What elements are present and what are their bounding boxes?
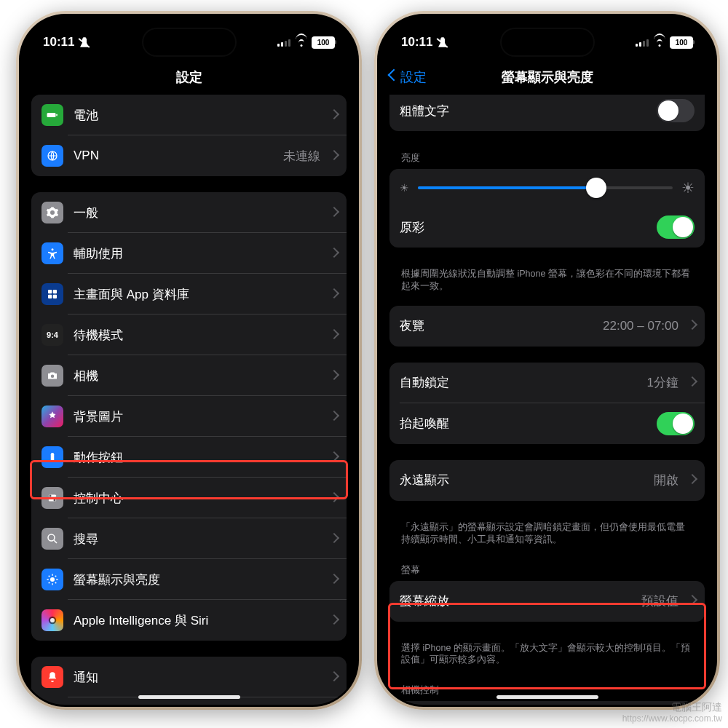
row-label: 控制中心: [74, 490, 320, 507]
row-notifications[interactable]: 通知: [31, 657, 347, 697]
row-label: VPN: [74, 149, 273, 163]
row-raise-to-wake[interactable]: 抬起喚醒: [389, 403, 705, 444]
chevron-right-icon: [331, 331, 336, 340]
toggle-raise-to-wake[interactable]: [657, 412, 695, 435]
svg-point-17: [50, 618, 55, 622]
home-indicator[interactable]: [138, 695, 240, 699]
row-value: 預設值: [641, 593, 678, 609]
chevron-right-icon: [331, 616, 336, 625]
svg-point-12: [50, 495, 52, 497]
control-center-icon: [41, 487, 63, 509]
chevron-right-icon: [689, 475, 695, 485]
svg-point-3: [52, 248, 54, 250]
back-label: 設定: [400, 68, 427, 86]
row-search[interactable]: 搜尋: [31, 518, 347, 559]
navbar-display: 設定 螢幕顯示與亮度: [379, 60, 715, 95]
siri-icon: [41, 609, 63, 631]
chevron-right-icon: [331, 371, 336, 381]
row-control-center[interactable]: 控制中心: [31, 478, 347, 518]
toggle-bold-text[interactable]: [657, 99, 695, 122]
row-siri[interactable]: Apple Intelligence 與 Siri: [31, 600, 347, 641]
footer-always-on: 「永遠顯示」的螢幕顯示設定會調暗鎖定畫面，但仍會使用最低電量持續顯示時間、小工具…: [389, 517, 705, 559]
group-always-on: 永遠顯示 開啟: [389, 460, 705, 501]
svg-rect-0: [47, 113, 56, 117]
status-time: 10:11: [401, 35, 432, 50]
svg-rect-7: [53, 295, 57, 298]
section-header-screen: 螢幕: [389, 559, 705, 581]
row-value: 22:00 – 07:00: [603, 319, 678, 333]
row-label: 通知: [74, 669, 320, 686]
silent-icon: [437, 37, 448, 48]
row-display-brightness[interactable]: 螢幕顯示與亮度: [31, 559, 347, 600]
group-night-shift: 夜覽 22:00 – 07:00: [389, 306, 705, 347]
row-label: 螢幕縮放: [400, 593, 631, 609]
row-true-tone[interactable]: 原彩: [389, 207, 705, 248]
row-label: 背景圖片: [74, 408, 320, 425]
row-action-button[interactable]: 動作按鈕: [31, 437, 347, 478]
row-night-shift[interactable]: 夜覽 22:00 – 07:00: [389, 306, 705, 347]
iphone-frame-display: 10:11 100 設定 螢幕顯示與亮度: [374, 11, 720, 710]
chevron-right-icon: [689, 596, 695, 606]
screen-display: 10:11 100 設定 螢幕顯示與亮度: [379, 16, 715, 705]
navbar-settings: 設定: [21, 60, 357, 95]
row-auto-lock[interactable]: 自動鎖定 1分鐘: [389, 363, 705, 403]
home-indicator[interactable]: [496, 695, 598, 699]
row-home-screen[interactable]: 主畫面與 App 資料庫: [31, 274, 347, 314]
row-label: 自動鎖定: [400, 374, 637, 391]
battery-icon: [41, 104, 63, 126]
iphone-frame-settings: 10:11 100 設定: [16, 11, 362, 710]
chevron-right-icon: [331, 494, 336, 503]
row-camera[interactable]: 相機: [31, 355, 347, 396]
row-label: 輔助使用: [74, 245, 320, 262]
row-label: 螢幕顯示與亮度: [74, 571, 320, 588]
chevron-right-icon: [331, 534, 336, 544]
row-label: 抬起喚醒: [400, 415, 646, 432]
back-button[interactable]: 設定: [389, 68, 427, 86]
dynamic-island: [143, 29, 235, 55]
notifications-icon: [41, 666, 63, 688]
action-button-icon: [41, 446, 63, 468]
row-value: 1分鐘: [647, 374, 678, 391]
row-label: 待機模式: [74, 327, 320, 344]
display-brightness-icon: [41, 569, 63, 590]
toggle-true-tone[interactable]: [657, 215, 695, 239]
chevron-right-icon: [689, 378, 695, 387]
row-always-on[interactable]: 永遠顯示 開啟: [389, 460, 705, 501]
dynamic-island: [502, 29, 593, 55]
row-label: 電池: [74, 107, 320, 124]
svg-rect-5: [53, 290, 57, 293]
chevron-left-icon: [389, 71, 397, 84]
row-wallpaper[interactable]: 背景圖片: [31, 396, 347, 437]
brightness-slider[interactable]: [418, 178, 673, 198]
group-brightness: ☀︎ ☀︎ 原彩: [389, 169, 705, 248]
group-lock: 自動鎖定 1分鐘 抬起喚醒: [389, 363, 705, 444]
group-text: 粗體文字: [389, 95, 705, 131]
home-app-icon: [41, 283, 63, 305]
row-display-zoom[interactable]: 螢幕縮放 預設值: [389, 581, 705, 622]
svg-rect-1: [56, 114, 58, 116]
row-label: Apple Intelligence 與 Siri: [74, 612, 320, 629]
wifi-icon: [295, 38, 307, 47]
silent-icon: [79, 37, 90, 48]
wallpaper-icon: [41, 405, 63, 427]
row-general[interactable]: 一般: [31, 192, 347, 233]
accessibility-icon: [41, 242, 63, 264]
vpn-icon: [41, 145, 63, 167]
row-value: 未連線: [283, 148, 320, 165]
cellular-signal-icon: [636, 38, 649, 47]
status-time: 10:11: [43, 35, 74, 50]
chevron-right-icon: [331, 453, 336, 462]
row-standby[interactable]: 9:4 待機模式: [31, 314, 347, 355]
row-battery[interactable]: 電池: [31, 95, 347, 135]
row-value: 開啟: [654, 472, 678, 488]
row-label: 夜覽: [400, 317, 593, 334]
camera-icon: [41, 365, 63, 387]
chevron-right-icon: [331, 412, 336, 422]
sun-small-icon: ☀︎: [400, 182, 409, 194]
standby-icon: 9:4: [41, 324, 63, 346]
row-brightness-slider[interactable]: ☀︎ ☀︎: [389, 169, 705, 207]
row-bold-text[interactable]: 粗體文字: [389, 95, 705, 131]
row-accessibility[interactable]: 輔助使用: [31, 233, 347, 274]
row-vpn[interactable]: VPN 未連線: [31, 135, 347, 176]
chevron-right-icon: [689, 321, 695, 331]
